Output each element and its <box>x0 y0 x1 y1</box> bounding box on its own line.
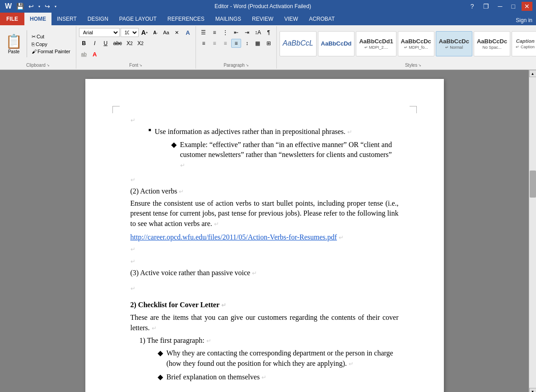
style-preview-aabbccdd: AaBbCcDd <box>321 41 352 46</box>
maximize-btn[interactable]: □ <box>509 2 518 11</box>
help-btn[interactable]: ? <box>468 2 477 11</box>
scroll-track[interactable] <box>529 77 536 388</box>
font-shrink-button[interactable]: A- <box>150 28 160 37</box>
style-preview-normal: AaBbCcDc <box>439 38 469 44</box>
clipboard-expand-icon[interactable]: ↘ <box>47 63 50 67</box>
quick-access-dropdown-btn[interactable]: ▾ <box>53 4 58 9</box>
tab-review[interactable]: REVIEW <box>247 13 279 25</box>
ribbon-group-paragraph: ☰ ≡ ⋮ ⇤ ⇥ ↕A ¶ ≡ ≡ ≡ ≡ ↕ ▦ ⊞ <box>196 26 277 69</box>
section2-heading: (2) Action verbs ↵ <box>131 186 399 196</box>
styles-gallery: AaBbCcL AaBbCcDd AaBbCcDd1 ↵ MDPI_2.... <box>280 31 536 56</box>
style-item-aabbccl[interactable]: AaBbCcL <box>280 31 317 56</box>
font-color-button[interactable]: A <box>90 50 100 59</box>
restore-btn[interactable]: ❐ <box>480 2 492 11</box>
para-pilcrow-2: ↵ <box>131 175 399 184</box>
paragraph-expand-icon[interactable]: ↘ <box>246 63 249 67</box>
title-bar-left: W 💾 ↩ ▾ ↪ ▾ <box>4 1 58 11</box>
tab-home[interactable]: HOME <box>24 13 51 25</box>
multilevel-list-button[interactable]: ⋮ <box>220 28 230 37</box>
font-size-select[interactable]: 10 <box>121 28 139 37</box>
ribbon: 📋 Paste ✂ Cut ⎘ Copy 🖌 Format Pain <box>0 25 536 70</box>
paste-button[interactable]: 📋 Paste <box>3 32 25 55</box>
action-verbs-link[interactable]: http://career.opcd.wfu.edu/files/2011/05… <box>131 232 399 242</box>
format-painter-button[interactable]: 🖌 Format Painter <box>30 48 72 55</box>
style-item-caption[interactable]: Caption ↵ Caption <box>512 31 536 56</box>
text-highlight-button[interactable]: ab <box>79 50 89 59</box>
scroll-up-btn[interactable]: ▲ <box>529 70 536 77</box>
undo-dropdown-btn[interactable]: ▾ <box>37 4 42 9</box>
styles-expand-icon[interactable]: ↘ <box>418 63 421 67</box>
minimize-btn[interactable]: ─ <box>495 2 505 11</box>
borders-button[interactable]: ⊞ <box>264 39 274 48</box>
close-btn[interactable]: ✕ <box>522 2 532 11</box>
italic-button[interactable]: I <box>90 39 100 48</box>
show-hide-button[interactable]: ¶ <box>264 28 274 37</box>
style-preview-caption: Caption <box>516 39 535 44</box>
style-preview-aabbccl: AaBbCcL <box>283 40 313 47</box>
section2-body: Ensure the consistent use of action verb… <box>131 198 399 229</box>
ribbon-group-styles: AaBbCcL AaBbCcDd AaBbCcDd1 ↵ MDPI_2.... <box>277 26 536 69</box>
tab-file[interactable]: FILE <box>0 13 24 25</box>
bullet-square-icon: ■ <box>149 127 151 137</box>
action-verbs-href[interactable]: http://career.opcd.wfu.edu/files/2011/05… <box>131 233 337 241</box>
text-effects-button[interactable]: A <box>183 28 193 37</box>
sort-button[interactable]: ↕A <box>253 28 263 37</box>
change-case-button[interactable]: Aa <box>161 28 171 37</box>
undo-quick-btn[interactable]: ↩ <box>27 2 35 11</box>
align-right-button[interactable]: ≡ <box>220 39 230 48</box>
tab-acrobat[interactable]: ACROBAT <box>303 13 340 25</box>
bullets-button[interactable]: ☰ <box>199 28 209 37</box>
document-page[interactable]: ↵ ■ Use information as adjectives rather… <box>85 79 444 392</box>
line-spacing-button[interactable]: ↕ <box>242 39 252 48</box>
vertical-scrollbar[interactable]: ▲ ▼ <box>529 70 536 392</box>
font-expand-icon[interactable]: ↘ <box>139 63 142 67</box>
style-item-normal[interactable]: AaBbCcDc ↵ Normal <box>436 31 472 56</box>
font-row1: Arial 10 A+ A- Aa ✕ A <box>79 28 193 37</box>
justify-button[interactable]: ≡ <box>231 39 241 48</box>
style-item-nospace[interactable]: AaBbCcDc No Spac... <box>474 31 510 56</box>
style-item-aabbccdd[interactable]: AaBbCcDd <box>318 31 355 56</box>
tab-references[interactable]: REFERENCES <box>162 13 210 25</box>
shading-button[interactable]: ▦ <box>253 39 263 48</box>
style-item-aabbccdd1[interactable]: AaBbCcDd1 ↵ MDPI_2.... <box>356 31 396 56</box>
copy-button[interactable]: ⎘ Copy <box>30 41 72 47</box>
tab-design[interactable]: DESIGN <box>82 13 114 25</box>
tab-view[interactable]: VIEW <box>279 13 303 25</box>
paste-label: Paste <box>8 49 20 54</box>
tab-page-layout[interactable]: PAGE LAYOUT <box>114 13 162 25</box>
style-item-aabbccdc[interactable]: AaBbCcDc ↵ MDPI_fo... <box>398 31 434 56</box>
scroll-thumb[interactable] <box>530 171 536 198</box>
diamond-1-text: Example: “effective” rather than “in an … <box>180 140 399 170</box>
cut-label: Cut <box>37 34 44 39</box>
save-quick-btn[interactable]: 💾 <box>15 2 25 11</box>
underline-button[interactable]: U <box>101 39 111 48</box>
font-name-select[interactable]: Arial <box>79 28 120 37</box>
cut-button[interactable]: ✂ Cut <box>30 33 72 40</box>
clear-format-button[interactable]: ✕ <box>172 28 182 37</box>
increase-indent-button[interactable]: ⇥ <box>242 28 252 37</box>
subscript-button[interactable]: X2 <box>125 39 135 48</box>
font-grow-button[interactable]: A+ <box>140 28 149 37</box>
align-left-button[interactable]: ≡ <box>199 39 209 48</box>
style-label-normal: ↵ Normal <box>445 45 463 50</box>
tab-insert[interactable]: INSERT <box>51 13 82 25</box>
numbering-button[interactable]: ≡ <box>210 28 219 37</box>
scroll-down-btn[interactable]: ▼ <box>529 388 536 392</box>
redo-quick-btn[interactable]: ↪ <box>43 2 51 11</box>
clipboard-group-content: 📋 Paste ✂ Cut ⎘ Copy 🖌 Format Pain <box>2 26 74 61</box>
bullet-diamond-icon-2: ◆ <box>158 348 163 369</box>
blank-line-2: ↵ <box>131 256 399 266</box>
superscript-button[interactable]: X2 <box>135 39 145 48</box>
document-scroll[interactable]: ↵ ■ Use information as adjectives rather… <box>0 70 529 392</box>
pilcrow-mark: ↵ <box>131 117 135 124</box>
align-center-button[interactable]: ≡ <box>210 39 219 48</box>
decrease-indent-button[interactable]: ⇤ <box>231 28 241 37</box>
strikethrough-button[interactable]: abc <box>112 39 124 48</box>
font-row3: ab A <box>79 50 100 59</box>
font-group-content: Arial 10 A+ A- Aa ✕ A B I U abc X2 <box>78 26 194 61</box>
bold-button[interactable]: B <box>79 39 89 48</box>
tab-mailings[interactable]: MAILINGS <box>210 13 247 25</box>
sign-in-link[interactable]: Sign in <box>512 15 536 25</box>
styles-label: Styles ↘ <box>279 61 536 69</box>
paragraph-group-content: ☰ ≡ ⋮ ⇤ ⇥ ↕A ¶ ≡ ≡ ≡ ≡ ↕ ▦ ⊞ <box>198 26 275 61</box>
